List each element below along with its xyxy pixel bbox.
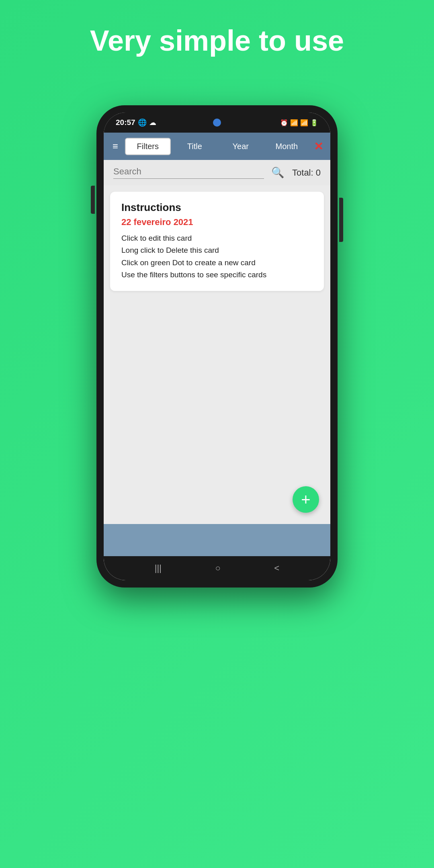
- instruction-card[interactable]: Instructions 22 fevereiro 2021 Click to …: [110, 192, 324, 291]
- app-toolbar: ≡ Filters Title Year Month ✕: [104, 133, 330, 160]
- card-instructions: Click to edit this card Long click to De…: [121, 232, 313, 281]
- phone-wrapper: 20:57 🌐 ☁ ⏰ 📶 📶 🔋 ≡ Filters Title Year: [96, 105, 338, 868]
- search-input-wrapper: [113, 166, 264, 179]
- title-button[interactable]: Title: [173, 139, 217, 154]
- cloud-icon: ☁: [149, 118, 156, 127]
- year-button[interactable]: Year: [219, 139, 263, 154]
- status-icons-left: 20:57 🌐 ☁: [116, 118, 156, 127]
- phone-frame: 20:57 🌐 ☁ ⏰ 📶 📶 🔋 ≡ Filters Title Year: [96, 105, 338, 588]
- phone-screen: 20:57 🌐 ☁ ⏰ 📶 📶 🔋 ≡ Filters Title Year: [104, 113, 330, 580]
- menu-icon[interactable]: ≡: [108, 141, 123, 152]
- instruction-line-1: Click to edit this card: [121, 232, 313, 244]
- card-date: 22 fevereiro 2021: [121, 217, 313, 227]
- content-area: Instructions 22 fevereiro 2021 Click to …: [104, 185, 330, 524]
- search-input[interactable]: [113, 166, 264, 177]
- instruction-line-3: Click on green Dot to create a new card: [121, 257, 313, 269]
- phone-nav-bar: ||| ○ <: [104, 556, 330, 580]
- search-bar: 🔍 Total: 0: [104, 160, 330, 185]
- instruction-line-4: Use the filters buttons to see specific …: [121, 269, 313, 281]
- card-title: Instructions: [121, 201, 313, 214]
- status-icons-right: ⏰ 📶 📶 🔋: [280, 119, 318, 127]
- total-count: Total: 0: [292, 168, 321, 178]
- status-bar: 20:57 🌐 ☁ ⏰ 📶 📶 🔋: [104, 113, 330, 133]
- instruction-line-2: Long click to Delete this card: [121, 244, 313, 256]
- wifi-icon: 📶: [290, 119, 298, 127]
- status-time: 20:57: [116, 118, 135, 127]
- home-nav-icon[interactable]: ○: [215, 563, 221, 573]
- battery-icon: 🔋: [310, 119, 318, 127]
- signal-icon: 📶: [300, 119, 308, 127]
- back-nav-icon[interactable]: <: [274, 563, 279, 573]
- add-card-button[interactable]: +: [293, 486, 319, 513]
- globe-icon: 🌐: [138, 118, 147, 127]
- filters-button[interactable]: Filters: [125, 138, 171, 155]
- bottom-app-nav: [104, 524, 330, 556]
- alarm-icon: ⏰: [280, 119, 288, 127]
- page-title: Very simple to use: [90, 24, 344, 57]
- close-button[interactable]: ✕: [311, 140, 326, 153]
- recents-nav-icon[interactable]: |||: [155, 563, 162, 573]
- camera-dot: [213, 119, 221, 127]
- search-icon[interactable]: 🔍: [271, 166, 284, 179]
- month-button[interactable]: Month: [265, 139, 309, 154]
